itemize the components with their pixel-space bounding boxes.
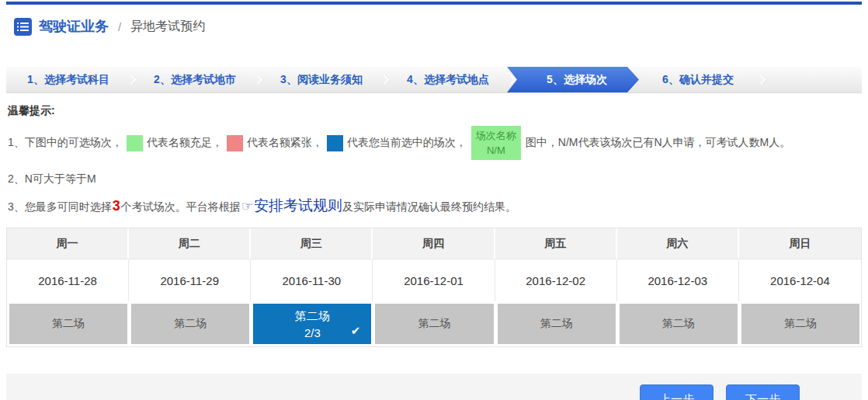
session-cell-fri[interactable]: 第二场 [498,304,616,344]
step-tabs: 1、选择考试科目 2、选择考试地市 3、阅读业务须知 4、选择考试地点 5、选择… [6,67,862,93]
weekday-header: 周三 [251,228,373,259]
page-title: 异地考试预约 [130,19,205,35]
next-step-button[interactable]: 下一步 [726,384,800,400]
prev-step-button[interactable]: 上一步 [640,384,713,400]
weekday-header: 周四 [373,228,495,259]
legend-red-label: 代表名额紧张， [247,136,323,150]
max-select-count: 3 [112,198,121,214]
list-icon [14,18,32,36]
tips-line1-text-end: 图中，N/M代表该场次已有N人申请，可考试人数M人。 [526,136,790,150]
chevron-right-icon [380,75,390,85]
breadcrumb: 驾驶证业务 / 异地考试预约 [6,5,862,48]
chevron-right-icon [253,75,263,85]
chevron-right-icon [127,75,137,85]
check-icon: ✔ [351,324,361,338]
legend-blue-label: 代表您当前选中的场次， [347,136,467,150]
date-cell: 2016-11-30 [251,259,373,301]
date-row: 2016-11-28 2016-11-29 2016-11-30 2016-12… [7,259,861,301]
weekday-header: 周五 [495,228,617,259]
weekday-header: 周一 [7,228,129,259]
session-cell-sat[interactable]: 第二场 [620,304,738,344]
tab-step-2[interactable]: 2、选择考试地市 [137,67,252,92]
session-name-sample-box: 场次名称 N/M [471,126,521,160]
session-cell-mon[interactable]: 第二场 [9,304,127,344]
date-cell: 2016-12-03 [617,259,739,301]
legend-green-label: 代表名额充足， [147,136,223,150]
tips-line-3: 3、您最多可同时选择3个考试场次。平台将根据☞安排考试规则及实际申请情况确认最终… [8,197,860,215]
session-cell-tue[interactable]: 第二场 [131,304,249,344]
breadcrumb-separator: / [118,20,121,33]
weekday-header: 周二 [129,228,251,259]
action-footer: 上一步 下一步 [6,374,862,400]
breadcrumb-section[interactable]: 驾驶证业务 [39,17,109,36]
tips-title: 温馨提示: [8,104,860,118]
session-calendar: 周一 周二 周三 周四 周五 周六 周日 2016-11-28 2016-11-… [6,228,862,347]
date-cell: 2016-12-02 [495,259,617,301]
sample-box-title: 场次名称 [476,130,516,141]
date-cell: 2016-11-28 [7,259,129,301]
tips-line3-text3: 及实际申请情况确认最终预约结果。 [342,200,516,213]
weekday-header: 周六 [617,228,739,259]
pointer-hand-icon: ☞ [241,198,253,215]
session-cell-wed-selected[interactable]: 第二场 2/3 ✔ [253,304,371,344]
tips-line1-text: 1、下图中的可选场次， [8,136,123,150]
weekday-header: 周日 [739,228,861,259]
tab-step-6[interactable]: 6、确认并提交 [641,67,755,92]
chevron-right-icon [756,75,766,85]
date-cell: 2016-12-04 [739,259,861,301]
tab-step-1[interactable]: 1、选择考试科目 [11,67,126,92]
legend-blue-swatch [327,135,343,151]
tab-step-3[interactable]: 3、阅读业务须知 [264,67,379,92]
page: 驾驶证业务 / 异地考试预约 1、选择考试科目 2、选择考试地市 3、阅读业务须… [0,2,868,400]
date-cell: 2016-12-01 [373,259,495,301]
sample-box-ratio: N/M [487,144,505,156]
tips-line-1: 1、下图中的可选场次， 代表名额充足， 代表名额紧张， 代表您当前选中的场次， … [8,126,860,160]
tips-line-2: 2、N可大于等于M [8,170,860,187]
tips-panel: 温馨提示: 1、下图中的可选场次， 代表名额充足， 代表名额紧张， 代表您当前选… [6,93,862,215]
legend-red-swatch [227,135,243,151]
legend-green-swatch [127,135,143,151]
tab-step-4[interactable]: 4、选择考试地点 [391,67,505,92]
exam-rules-link[interactable]: 安排考试规则 [254,197,342,214]
tips-line3-text: 3、您最多可同时选择 [8,200,112,213]
weekday-header-row: 周一 周二 周三 周四 周五 周六 周日 [7,228,861,259]
tips-line3-text2: 个考试场次。平台将根据 [121,200,241,213]
tab-step-5-active[interactable]: 5、选择场次 [507,67,639,92]
session-count: 2/3 [304,326,321,339]
session-cell-sun[interactable]: 第二场 [741,304,859,344]
session-cell-thu[interactable]: 第二场 [375,304,493,344]
session-label: 第二场 [295,309,330,324]
date-cell: 2016-11-29 [129,259,251,301]
session-row: 第二场 第二场 第二场 2/3 ✔ 第二场 第二场 第二场 第二场 [7,301,861,346]
